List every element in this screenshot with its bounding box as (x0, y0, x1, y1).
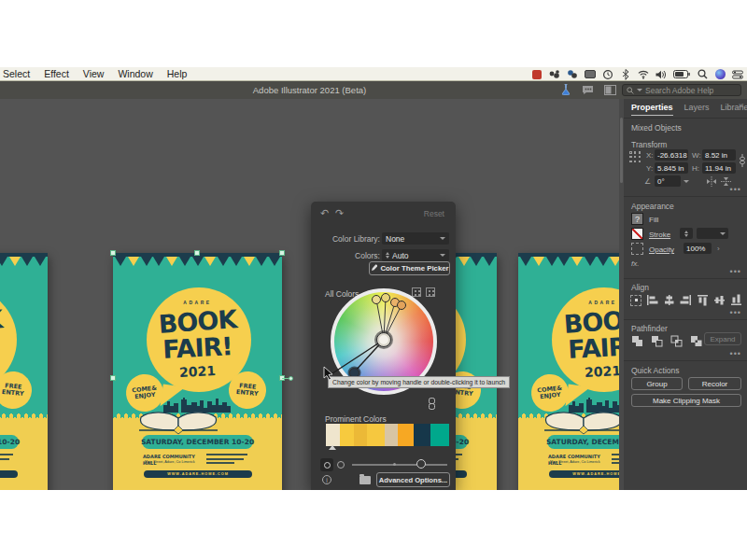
reference-point-selector[interactable] (629, 151, 641, 163)
saturation-slider[interactable] (352, 464, 447, 466)
fx-button[interactable]: fx. (631, 259, 639, 268)
wifi-icon[interactable] (638, 69, 649, 79)
align-right-icon[interactable] (680, 294, 692, 306)
flip-horizontal-icon[interactable] (706, 176, 717, 187)
arrange-windows-icon[interactable] (604, 84, 616, 95)
opacity-label[interactable]: Opacity (649, 245, 674, 254)
pathfinder-more-options-icon[interactable]: ••• (730, 349, 741, 358)
menu-effect[interactable]: Effect (44, 68, 69, 79)
align-more-options-icon[interactable]: ••• (730, 308, 741, 317)
align-middle-vertical-icon[interactable] (713, 294, 726, 306)
pathfinder-unite-icon[interactable] (631, 335, 643, 347)
slider-handle[interactable] (416, 459, 426, 469)
prominent-swatch[interactable] (367, 424, 386, 446)
swatch-marker-icon[interactable] (329, 445, 336, 450)
transform-more-options-icon[interactable]: ••• (730, 185, 741, 194)
prominent-colors-bar[interactable] (326, 424, 449, 446)
menu-help[interactable]: Help (167, 68, 188, 79)
y-label: Y: (646, 164, 653, 173)
align-left-icon[interactable] (646, 294, 658, 306)
volume-icon[interactable] (655, 69, 667, 79)
color-library-dropdown[interactable]: None (382, 232, 449, 245)
rotate-input[interactable]: 0° (655, 175, 681, 187)
menu-window[interactable]: Window (118, 68, 152, 79)
align-center-horizontal-icon[interactable] (663, 294, 675, 306)
advanced-options-button[interactable]: Advanced Options... (376, 472, 450, 487)
redo-icon[interactable]: ↷ (335, 207, 344, 219)
reset-button[interactable]: Reset (424, 209, 444, 218)
prominent-swatch[interactable] (340, 424, 355, 446)
help-search-field[interactable]: Search Adobe Help (622, 84, 741, 96)
fill-label[interactable]: Fill (649, 216, 658, 224)
undo-icon[interactable]: ↶ (320, 207, 329, 219)
recolor-button[interactable]: Recolor (688, 377, 741, 390)
wheel-display-toggle-icon[interactable] (412, 287, 421, 297)
book-fair-poster[interactable]: ADARE BOOK FAIR! 2021 COME&ENJOY FREEENT… (518, 253, 619, 490)
apps-icon[interactable] (567, 69, 578, 79)
battery-icon[interactable] (673, 69, 690, 79)
h-input[interactable]: 11.94 in (702, 162, 736, 174)
stroke-label[interactable]: Stroke (649, 231, 670, 239)
color-theme-picker-button[interactable]: Color Theme Picker (369, 261, 450, 275)
app-title-bar: Adobe Illustrator 2021 (Beta) Search Ado… (0, 81, 747, 99)
make-clipping-mask-button[interactable]: Make Clipping Mask (631, 394, 741, 407)
artboard-canvas[interactable]: ADARE BOOK FAIR! 2021 COME&ENJOY FREEENT… (0, 99, 619, 490)
comments-icon[interactable] (582, 84, 594, 95)
control-center-icon[interactable] (732, 69, 743, 79)
info-icon[interactable]: i (322, 475, 331, 484)
book-fair-poster[interactable]: ADARE BOOK FAIR! 2021 COME&ENJOY FREEENT… (113, 253, 282, 490)
x-input[interactable]: -26.6318 (655, 149, 688, 161)
beta-flask-icon[interactable] (559, 84, 571, 95)
extensions-icon[interactable] (549, 69, 560, 79)
display-icon[interactable] (585, 69, 596, 79)
stroke-weight-stepper[interactable] (680, 228, 693, 239)
constrain-proportions-icon[interactable] (739, 153, 746, 168)
prominent-swatch[interactable] (398, 424, 414, 446)
expand-button[interactable]: Expand (704, 332, 741, 345)
menu-select[interactable]: Select (3, 68, 30, 79)
stroke-swatch[interactable] (631, 228, 643, 240)
tab-properties[interactable]: Properties (631, 103, 673, 116)
book-fair-poster[interactable]: ADARE BOOK FAIR! 2021 COME&ENJOY FREEENT… (0, 253, 48, 490)
prominent-swatch[interactable] (414, 424, 430, 446)
color-wheel-view-button[interactable] (320, 458, 333, 471)
base-color-handle[interactable] (376, 332, 391, 347)
w-input[interactable]: 8.52 in (702, 149, 736, 161)
prominent-swatch[interactable] (326, 424, 340, 446)
prominent-swatch[interactable] (385, 424, 397, 446)
event-date-pill: SATURDAY, DECEMBER 10-20 (547, 435, 619, 449)
align-top-icon[interactable] (697, 294, 709, 306)
wheel-display-toggle-icon[interactable] (426, 287, 435, 297)
prominent-swatch[interactable] (430, 424, 449, 446)
stroke-weight-dropdown[interactable] (697, 228, 728, 239)
menu-view[interactable]: View (83, 68, 105, 79)
bluetooth-icon[interactable] (620, 69, 631, 79)
color-handle[interactable] (381, 293, 390, 302)
color-handle[interactable] (372, 295, 381, 304)
color-order-button[interactable] (337, 461, 345, 469)
align-to-icon[interactable] (630, 295, 641, 306)
pathfinder-minus-front-icon[interactable] (651, 335, 663, 347)
opacity-swatch-icon[interactable] (631, 243, 643, 255)
siri-icon[interactable] (714, 69, 726, 79)
link-harmony-colors-icon[interactable] (429, 398, 436, 412)
tab-libraries[interactable]: Libraries (721, 103, 747, 116)
record-icon[interactable] (531, 69, 543, 79)
opacity-input[interactable]: 100% (684, 243, 712, 254)
pathfinder-exclude-icon[interactable] (690, 335, 702, 347)
tab-layers[interactable]: Layers (684, 103, 710, 116)
prominent-swatch[interactable] (354, 424, 366, 446)
time-machine-icon[interactable] (602, 69, 613, 79)
group-button[interactable]: Group (631, 377, 683, 390)
y-input[interactable]: 5.845 in (655, 162, 688, 174)
opacity-expand-chevron[interactable]: › (717, 245, 720, 253)
rotate-dropdown-chevron-icon[interactable] (684, 180, 689, 183)
align-bottom-icon[interactable] (730, 294, 742, 306)
appearance-more-options-icon[interactable]: ••• (730, 267, 741, 276)
spotlight-icon[interactable] (697, 69, 708, 79)
pathfinder-intersect-icon[interactable] (670, 335, 683, 347)
color-handle[interactable] (397, 301, 406, 310)
colors-dropdown[interactable]: Auto (382, 249, 449, 261)
save-color-group-icon[interactable] (359, 476, 371, 484)
fill-swatch[interactable]: ? (631, 213, 643, 225)
